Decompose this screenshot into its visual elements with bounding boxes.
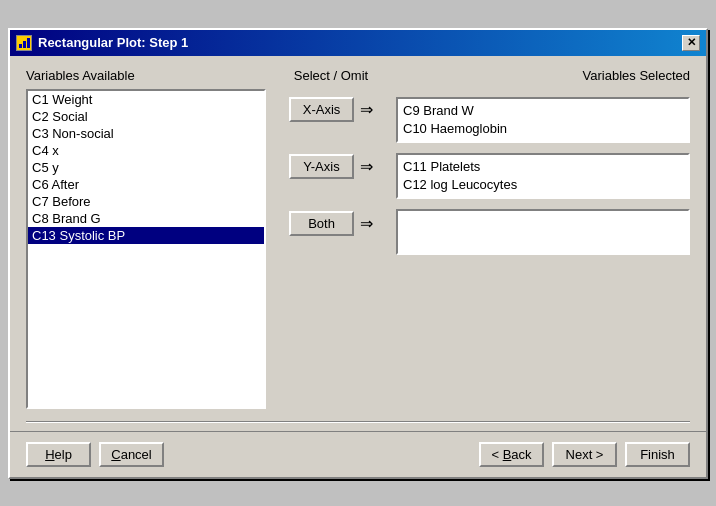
svg-rect-0 — [19, 44, 22, 48]
list-item[interactable]: C2 Social — [28, 108, 264, 125]
middle-section: X-Axis ⇒ Y-Axis ⇒ Both ⇒ — [266, 89, 396, 236]
back-button[interactable]: < Back — [479, 442, 544, 467]
help-button[interactable]: Help — [26, 442, 91, 467]
list-item[interactable]: C5 y — [28, 159, 264, 176]
close-button[interactable]: ✕ — [682, 35, 700, 51]
list-item[interactable]: C3 Non-social — [28, 125, 264, 142]
y-axis-row: Y-Axis ⇒ — [289, 154, 373, 179]
svg-rect-2 — [27, 38, 30, 48]
x-axis-line2: C10 Haemoglobin — [403, 120, 683, 138]
bottom-right-buttons: < Back Next > Finish — [479, 442, 690, 467]
cancel-button[interactable]: Cancel — [99, 442, 164, 467]
bottom-left-buttons: Help Cancel — [26, 442, 164, 467]
x-axis-arrow: ⇒ — [360, 100, 373, 119]
separator — [26, 421, 690, 423]
list-item[interactable]: C7 Before — [28, 193, 264, 210]
list-item[interactable]: C6 After — [28, 176, 264, 193]
window-icon — [16, 35, 32, 51]
both-button[interactable]: Both — [289, 211, 354, 236]
main-area: C1 Weight C2 Social C3 Non-social C4 x C… — [26, 89, 690, 409]
header-select-omit: Select / Omit — [266, 68, 396, 83]
header-variables-available: Variables Available — [26, 68, 266, 83]
window-title: Rectangular Plot: Step 1 — [38, 35, 188, 50]
next-button[interactable]: Next > — [552, 442, 617, 467]
y-axis-arrow: ⇒ — [360, 157, 373, 176]
title-bar: Rectangular Plot: Step 1 ✕ — [10, 30, 706, 56]
finish-button[interactable]: Finish — [625, 442, 690, 467]
both-selected-box — [396, 209, 690, 255]
x-axis-row: X-Axis ⇒ — [289, 97, 373, 122]
list-item[interactable]: C4 x — [28, 142, 264, 159]
list-item[interactable]: C8 Brand G — [28, 210, 264, 227]
main-window: Rectangular Plot: Step 1 ✕ Variables Ava… — [8, 28, 708, 479]
header-variables-selected: Variables Selected — [396, 68, 690, 83]
y-axis-selected-box: C11 Platelets C12 log Leucocytes — [396, 153, 690, 199]
list-item[interactable]: C1 Weight — [28, 91, 264, 108]
svg-rect-1 — [23, 41, 26, 48]
x-axis-selected-box: C9 Brand W C10 Haemoglobin — [396, 97, 690, 143]
bottom-bar: Help Cancel < Back Next > Finish — [10, 431, 706, 477]
list-item-selected[interactable]: C13 Systolic BP — [28, 227, 264, 244]
y-axis-line1: C11 Platelets — [403, 158, 683, 176]
right-section: C9 Brand W C10 Haemoglobin C11 Platelets… — [396, 89, 690, 255]
both-arrow: ⇒ — [360, 214, 373, 233]
x-axis-button[interactable]: X-Axis — [289, 97, 354, 122]
variables-list[interactable]: C1 Weight C2 Social C3 Non-social C4 x C… — [26, 89, 266, 409]
columns-header: Variables Available Select / Omit Variab… — [26, 68, 690, 83]
y-axis-button[interactable]: Y-Axis — [289, 154, 354, 179]
x-axis-line1: C9 Brand W — [403, 102, 683, 120]
y-axis-line2: C12 log Leucocytes — [403, 176, 683, 194]
both-row: Both ⇒ — [289, 211, 373, 236]
